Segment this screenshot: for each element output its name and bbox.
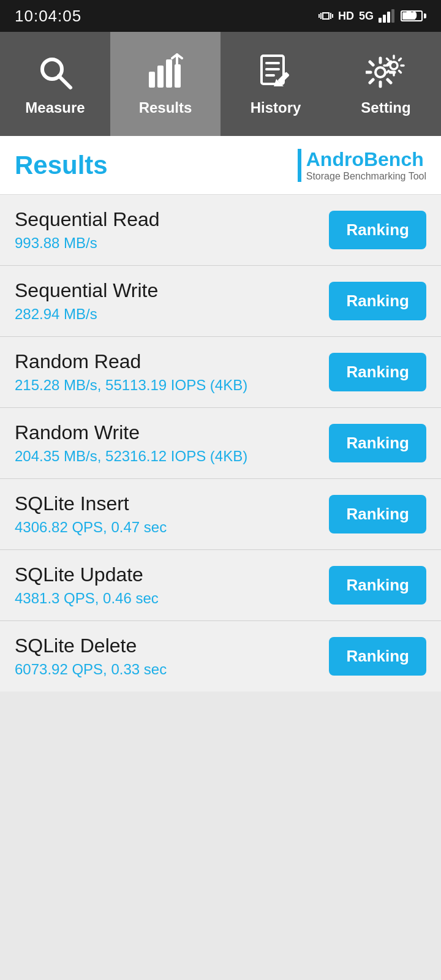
status-time: 10:04:05 [15, 7, 81, 26]
result-value: 282.94 MB/s [15, 306, 329, 323]
tab-results-label: Results [139, 99, 192, 116]
svg-rect-6 [149, 72, 155, 88]
logo-bar [298, 149, 301, 182]
status-icons: HD 5G 70 [318, 9, 426, 23]
svg-rect-3 [391, 9, 394, 23]
result-value: 4381.3 QPS, 0.46 sec [15, 590, 329, 607]
tab-setting[interactable]: Setting [331, 32, 441, 136]
ranking-button[interactable]: Ranking [329, 211, 426, 249]
signal-icon [379, 9, 396, 23]
result-info: Sequential Write 282.94 MB/s [15, 279, 329, 323]
result-row: Sequential Write 282.94 MB/s Ranking [0, 266, 441, 337]
result-info: Random Write 204.35 MB/s, 52316.12 IOPS … [15, 421, 329, 465]
status-bar: 10:04:05 HD 5G 70 [0, 0, 441, 32]
result-row: Sequential Read 993.88 MB/s Ranking [0, 195, 441, 266]
result-info: Random Read 215.28 MB/s, 55113.19 IOPS (… [15, 350, 329, 394]
nav-tabs: Measure Results [0, 32, 441, 136]
result-info: Sequential Read 993.88 MB/s [15, 208, 329, 252]
svg-point-17 [375, 67, 385, 77]
result-value: 204.35 MB/s, 52316.12 IOPS (4KB) [15, 448, 329, 465]
result-name: Sequential Read [15, 208, 329, 231]
results-header: Results AndroBench Storage Benchmarking … [0, 136, 441, 195]
svg-rect-9 [175, 64, 181, 88]
result-info: SQLite Delete 6073.92 QPS, 0.33 sec [15, 635, 329, 678]
result-row: SQLite Insert 4306.82 QPS, 0.47 sec Rank… [0, 479, 441, 550]
logo-main-text: AndroBench [306, 148, 426, 171]
result-info: SQLite Update 4381.3 QPS, 0.46 sec [15, 564, 329, 607]
network-badge: 5G [359, 10, 374, 23]
setting-icon [365, 51, 407, 93]
svg-rect-0 [379, 18, 382, 23]
svg-rect-7 [157, 66, 164, 88]
result-name: SQLite Insert [15, 492, 329, 515]
result-row: Random Write 204.35 MB/s, 52316.12 IOPS … [0, 408, 441, 479]
result-name: Random Write [15, 421, 329, 444]
result-name: SQLite Delete [15, 635, 329, 657]
result-row: SQLite Delete 6073.92 QPS, 0.33 sec Rank… [0, 621, 441, 692]
result-list: Sequential Read 993.88 MB/s Ranking Sequ… [0, 195, 441, 692]
result-name: SQLite Update [15, 564, 329, 586]
vibrate-icon [318, 9, 333, 23]
result-row: Random Read 215.28 MB/s, 55113.19 IOPS (… [0, 337, 441, 408]
svg-line-5 [59, 76, 70, 88]
result-value: 215.28 MB/s, 55113.19 IOPS (4KB) [15, 377, 329, 394]
tab-measure-label: Measure [25, 99, 85, 116]
logo-bench: Bench [364, 148, 424, 170]
result-value: 6073.92 QPS, 0.33 sec [15, 661, 329, 678]
tab-measure[interactable]: Measure [0, 32, 110, 136]
ranking-button[interactable]: Ranking [329, 637, 426, 676]
svg-rect-8 [166, 59, 172, 88]
result-info: SQLite Insert 4306.82 QPS, 0.47 sec [15, 492, 329, 536]
svg-point-18 [390, 62, 398, 69]
results-page-title: Results [15, 151, 108, 180]
tab-history[interactable]: History [221, 32, 331, 136]
svg-rect-2 [387, 12, 390, 23]
battery-level: 70 [406, 10, 417, 21]
ranking-button[interactable]: Ranking [329, 282, 426, 320]
measure-icon [34, 51, 76, 93]
results-icon [145, 51, 186, 93]
history-icon [255, 51, 296, 93]
logo-subtitle: Storage Benchmarking Tool [306, 171, 426, 182]
result-name: Sequential Write [15, 279, 329, 302]
logo-text: AndroBench Storage Benchmarking Tool [306, 148, 426, 182]
logo-andro: Andro [306, 148, 364, 170]
ranking-button[interactable]: Ranking [329, 353, 426, 391]
bottom-area [0, 692, 441, 875]
hd-badge: HD [338, 10, 354, 23]
svg-rect-1 [383, 15, 386, 23]
tab-setting-label: Setting [361, 99, 410, 116]
ranking-button[interactable]: Ranking [329, 566, 426, 605]
tab-history-label: History [251, 99, 301, 116]
tab-results[interactable]: Results [110, 32, 221, 136]
battery-icon: 70 [401, 10, 426, 21]
result-value: 993.88 MB/s [15, 235, 329, 252]
ranking-button[interactable]: Ranking [329, 495, 426, 533]
result-row: SQLite Update 4381.3 QPS, 0.46 sec Ranki… [0, 550, 441, 621]
result-value: 4306.82 QPS, 0.47 sec [15, 519, 329, 536]
ranking-button[interactable]: Ranking [329, 424, 426, 462]
androbench-logo: AndroBench Storage Benchmarking Tool [298, 148, 426, 182]
result-name: Random Read [15, 350, 329, 373]
